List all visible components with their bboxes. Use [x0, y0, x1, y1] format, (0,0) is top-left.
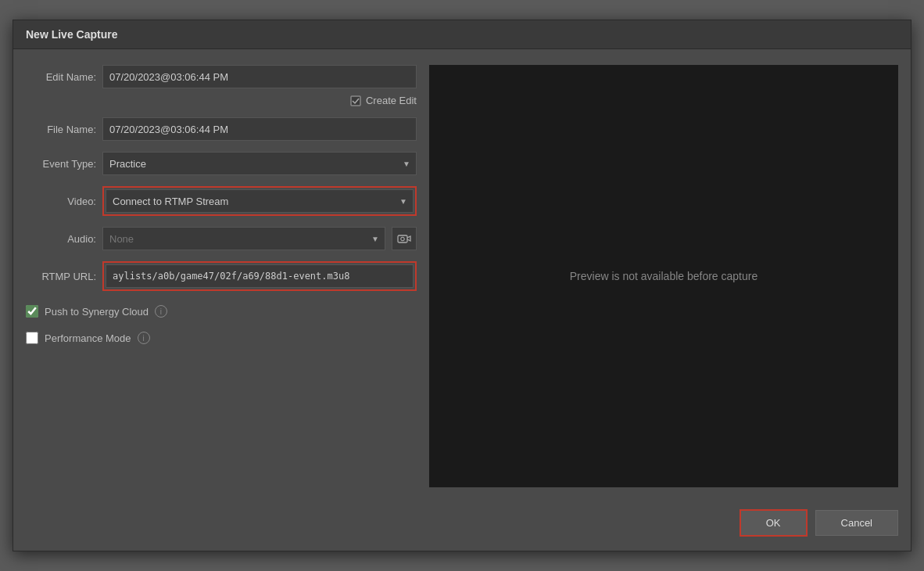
- file-name-label: File Name:: [26, 124, 96, 135]
- svg-rect-1: [398, 235, 407, 242]
- video-select[interactable]: Connect to RTMP Stream None Camera 1 Cam…: [106, 189, 414, 213]
- performance-mode-label: Performance Mode: [45, 332, 131, 344]
- audio-row: Audio: None Microphone Line In ▼: [26, 227, 417, 250]
- rtmp-url-label: RTMP URL:: [26, 271, 96, 282]
- edit-name-label: Edit Name:: [26, 71, 96, 83]
- event-type-select[interactable]: Practice Game Training Match: [102, 152, 417, 175]
- cancel-button[interactable]: Cancel: [815, 510, 898, 536]
- file-name-row: File Name:: [26, 117, 417, 141]
- audio-select[interactable]: None Microphone Line In: [102, 227, 385, 250]
- video-row: Video: Connect to RTMP Stream None Camer…: [26, 186, 417, 216]
- push-to-cloud-row: Push to Synergy Cloud i: [26, 305, 417, 318]
- performance-mode-info-icon[interactable]: i: [138, 332, 150, 344]
- camera-settings-button[interactable]: [392, 227, 417, 250]
- push-to-cloud-info-icon[interactable]: i: [155, 305, 167, 318]
- dialog-body: Edit Name: Create Edit File Name: Event …: [13, 49, 911, 500]
- left-panel: Edit Name: Create Edit File Name: Event …: [26, 65, 417, 487]
- event-type-select-wrapper: Practice Game Training Match ▼: [102, 152, 417, 175]
- performance-mode-checkbox[interactable]: [26, 332, 38, 344]
- create-edit-check-icon: [350, 95, 361, 106]
- rtmp-url-highlighted: [102, 261, 417, 291]
- svg-rect-0: [351, 96, 360, 106]
- camera-icon: [397, 233, 411, 244]
- video-select-highlighted: Connect to RTMP Stream None Camera 1 Cam…: [102, 186, 417, 216]
- edit-name-input[interactable]: [102, 65, 417, 88]
- performance-mode-row: Performance Mode i: [26, 332, 417, 344]
- audio-label: Audio:: [26, 233, 96, 245]
- preview-text: Preview is not available before capture: [570, 270, 757, 282]
- push-to-cloud-label: Push to Synergy Cloud: [45, 306, 149, 318]
- preview-panel: Preview is not available before capture: [429, 65, 898, 487]
- event-type-label: Event Type:: [26, 158, 96, 170]
- create-edit-label: Create Edit: [366, 95, 417, 106]
- svg-point-2: [401, 237, 404, 240]
- dialog-footer: OK Cancel: [13, 500, 911, 549]
- audio-select-wrapper: None Microphone Line In ▼: [102, 227, 385, 250]
- video-select-inner: Connect to RTMP Stream None Camera 1 Cam…: [106, 189, 414, 213]
- edit-name-row: Edit Name:: [26, 65, 417, 88]
- dialog-title: New Live Capture: [13, 20, 911, 49]
- file-name-input[interactable]: [102, 117, 417, 141]
- new-live-capture-dialog: New Live Capture Edit Name: Create Edit …: [13, 20, 911, 551]
- video-label: Video:: [26, 196, 96, 207]
- ok-button[interactable]: OK: [740, 509, 808, 537]
- rtmp-url-input[interactable]: [106, 264, 414, 288]
- event-type-row: Event Type: Practice Game Training Match…: [26, 152, 417, 175]
- create-edit-row: Create Edit: [26, 95, 417, 106]
- title-text: New Live Capture: [26, 28, 117, 41]
- push-to-cloud-checkbox[interactable]: [26, 305, 38, 318]
- rtmp-url-row: RTMP URL:: [26, 261, 417, 291]
